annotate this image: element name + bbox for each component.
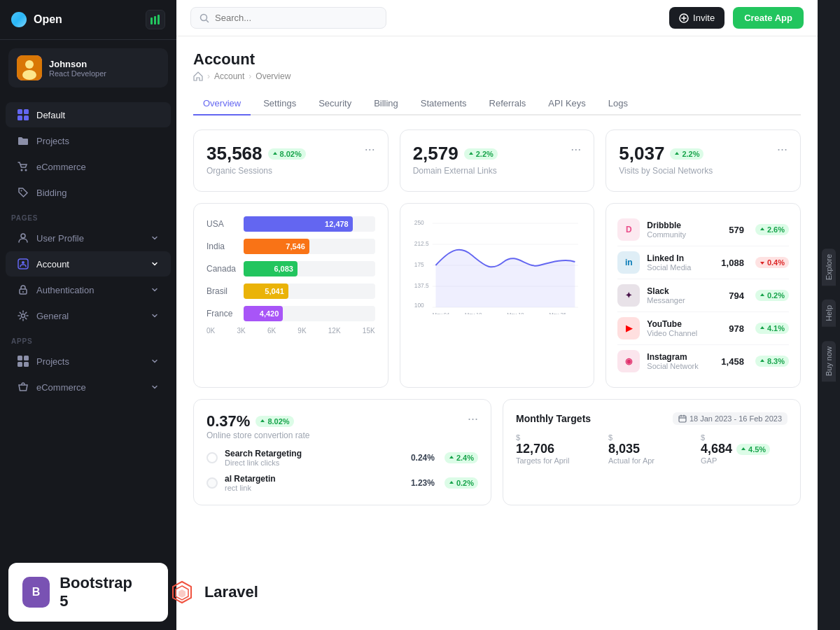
target-label: Actual for Apr — [608, 456, 695, 465]
social-type: Video Channel — [647, 329, 709, 337]
tag-icon — [17, 186, 29, 199]
buy-now-tab[interactable]: Buy now — [822, 341, 836, 382]
invite-button[interactable]: Invite — [669, 7, 724, 29]
bar-label: France — [206, 309, 238, 318]
social-row: in Linked In Social Media 1,088 0.4% — [617, 246, 789, 279]
bar-axis-label: 15K — [363, 327, 375, 335]
tab-security[interactable]: Security — [309, 92, 361, 115]
stat-label: Domain External Links — [413, 166, 498, 176]
main-content: Invite Create App Account › Account › Ov… — [176, 0, 818, 630]
retargeting-info: al Retargetin rect link — [225, 474, 402, 492]
social-row: D Dribbble Community 579 2.6% — [617, 214, 789, 246]
arrow-icon — [760, 358, 765, 364]
date-badge: 18 Jan 2023 - 16 Feb 2023 — [673, 412, 788, 425]
lock-icon — [17, 284, 29, 296]
more-button[interactable]: ··· — [468, 412, 478, 425]
sidebar-item-general[interactable]: General — [6, 303, 171, 328]
sidebar-item-label: Authentication — [36, 285, 143, 295]
shopping-icon — [17, 160, 29, 173]
target-dollar: $ — [701, 433, 788, 442]
sidebar-item-label: eCommerce — [36, 162, 160, 172]
tab-settings[interactable]: Settings — [253, 92, 306, 115]
sidebar-item-projects-app[interactable]: Projects — [6, 349, 171, 374]
sidebar-item-default[interactable]: Default — [6, 102, 171, 127]
sidebar-item-ecommerce[interactable]: eCommerce — [6, 154, 171, 179]
bar-value: 5,041 — [265, 287, 284, 295]
bar-axis-label: 3K — [237, 327, 245, 335]
bar-value: 4,420 — [260, 309, 279, 318]
line-chart-svg: 250 212.5 175 137.5 100 May 0 — [413, 216, 582, 314]
breadcrumb-sep: › — [207, 71, 210, 81]
tab-logs[interactable]: Logs — [598, 92, 638, 115]
sidebar-item-authentication[interactable]: Authentication — [6, 277, 171, 302]
bar-chart-card: USA 12,478 India 7,546 Canada 6,083 Bras… — [193, 203, 388, 388]
sidebar-item-projects[interactable]: Projects — [6, 128, 171, 153]
search-input[interactable] — [215, 13, 377, 23]
target-item: $ 8,035 Actual for Apr — [608, 433, 695, 465]
bar-row: Canada 6,083 — [206, 261, 375, 276]
tab-billing[interactable]: Billing — [364, 92, 408, 115]
social-logo: ▶ — [617, 317, 640, 340]
bar-track: 7,546 — [244, 239, 375, 254]
sidebar-item-account[interactable]: Account — [6, 251, 171, 276]
sidebar-item-ecommerce-app[interactable]: eCommerce — [6, 374, 171, 400]
svg-text:May 18: May 18 — [507, 312, 524, 314]
laravel-logo — [169, 580, 195, 605]
bar-label: USA — [206, 219, 238, 229]
sidebar-item-user-profile[interactable]: User Profile — [6, 225, 171, 251]
app-name: Open — [34, 13, 62, 26]
breadcrumb-account[interactable]: Account — [214, 71, 244, 81]
badge-value: 8.02% — [267, 417, 289, 426]
chevron-down-icon — [150, 233, 160, 243]
social-count: 1,088 — [716, 258, 744, 268]
laravel-icon — [170, 580, 194, 604]
help-tab[interactable]: Help — [822, 300, 836, 327]
tab-statements[interactable]: Statements — [411, 92, 477, 115]
svg-rect-9 — [24, 115, 29, 120]
social-count: 794 — [716, 290, 744, 301]
bar-axis-label: 0K — [206, 327, 215, 335]
tab-referrals[interactable]: Referrals — [479, 92, 536, 115]
more-button[interactable]: ··· — [777, 143, 788, 155]
targets-card: Monthly Targets 18 Jan 2023 - 16 Feb 202… — [503, 399, 801, 505]
more-button[interactable]: ··· — [570, 143, 581, 155]
bar-fill: 4,420 — [244, 306, 283, 321]
more-button[interactable]: ··· — [365, 143, 375, 155]
social-badge: 4.1% — [755, 323, 789, 334]
bootstrap-label: Bootstrap 5 — [59, 574, 136, 610]
bootstrap-promo: B Bootstrap 5 — [22, 574, 136, 610]
date-range: 18 Jan 2023 - 16 Feb 2023 — [690, 414, 782, 423]
explore-tab[interactable]: Explore — [822, 248, 836, 286]
sidebar-item-label: Projects — [36, 356, 143, 367]
promo-card: B Bootstrap 5 Laravel — [8, 563, 168, 622]
arrow-icon — [760, 326, 765, 331]
user-name: Johnson — [49, 59, 160, 69]
svg-rect-21 — [18, 362, 22, 367]
bag-icon — [17, 381, 29, 393]
plus-circle-icon — [679, 13, 689, 23]
social-count: 978 — [716, 323, 744, 334]
page-header: Account › Account › Overview — [193, 50, 801, 81]
targets-header: Monthly Targets 18 Jan 2023 - 16 Feb 202… — [516, 412, 788, 425]
bootstrap-letter: B — [32, 586, 41, 598]
bar-axis-label: 9K — [298, 327, 306, 335]
user-card: Johnson React Developer — [8, 48, 168, 88]
sidebar-item-bidding[interactable]: Bidding — [6, 180, 171, 205]
tab-overview[interactable]: Overview — [193, 92, 251, 115]
target-dollar: $ — [608, 433, 695, 442]
line-chart-card: 250 212.5 175 137.5 100 May 0 — [400, 203, 595, 388]
arrow-up-icon — [741, 447, 746, 452]
list-item: Search Retargeting Direct link clicks 0.… — [206, 449, 478, 467]
tab-api-keys[interactable]: API Keys — [538, 92, 595, 115]
badge-value: 8.02% — [280, 150, 302, 158]
svg-point-10 — [21, 169, 23, 172]
svg-point-15 — [22, 261, 24, 264]
bar-value: 6,083 — [274, 265, 293, 273]
search-box[interactable] — [190, 7, 386, 29]
stat-badge: 8.02% — [268, 148, 306, 160]
sidebar-toggle-button[interactable] — [146, 10, 165, 29]
chevron-down-icon — [150, 285, 160, 295]
create-app-button[interactable]: Create App — [733, 7, 804, 29]
apps-section-label: APPS — [0, 329, 176, 348]
retargeting-sub: Direct link clicks — [225, 458, 402, 467]
